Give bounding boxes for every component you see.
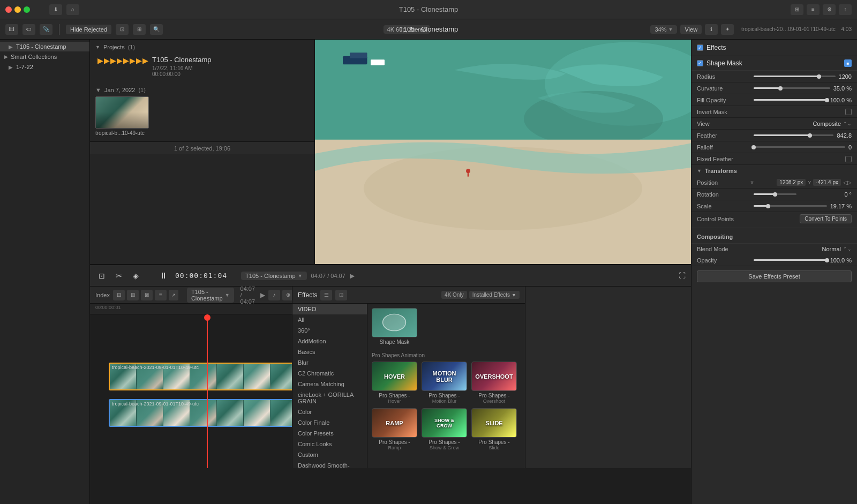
radius-thumb[interactable] bbox=[817, 74, 821, 79]
effect-motion-blur[interactable]: MOTION BLUR Pro Shapes - Motion Blur bbox=[422, 362, 467, 404]
rotation-thumb[interactable] bbox=[773, 192, 777, 197]
opacity-thumb[interactable] bbox=[825, 258, 829, 262]
effect-shape-mask[interactable]: Shape Mask bbox=[372, 308, 417, 345]
timeline-nav-right[interactable]: ▶ bbox=[350, 272, 355, 280]
save-effects-preset-btn[interactable]: Save Effects Preset bbox=[697, 270, 852, 282]
tags-icon[interactable]: 🏷 bbox=[22, 24, 35, 35]
transforms-section-header[interactable]: ▼ Transforms bbox=[691, 165, 857, 177]
4k-only-btn[interactable]: 4K Only bbox=[441, 291, 467, 299]
close-button[interactable] bbox=[5, 6, 12, 13]
fill-opacity-slider[interactable] bbox=[754, 99, 827, 101]
hide-rejected-btn[interactable]: Hide Rejected bbox=[66, 25, 111, 34]
cat-cinelook[interactable]: cineLook + GORILLA GRAIN bbox=[292, 389, 367, 407]
rotation-slider[interactable] bbox=[754, 193, 796, 195]
trim-btn[interactable]: ✂ bbox=[112, 270, 125, 281]
timeline-playhead[interactable] bbox=[207, 314, 208, 468]
pause-btn[interactable]: ⏸ bbox=[156, 270, 171, 282]
sidebar-item-date[interactable]: ▶ 1-7-22 bbox=[0, 62, 89, 72]
cat-dashwood[interactable]: Dashwood Smooth-Slic... bbox=[292, 460, 367, 468]
projects-section-header[interactable]: ▼ Projects (1) bbox=[90, 40, 314, 52]
filter-icon[interactable]: ⊡ bbox=[116, 24, 129, 35]
effect-hover[interactable]: HOVER Pro Shapes - Hover bbox=[372, 362, 417, 404]
position-y-value[interactable]: -421.4 px bbox=[813, 179, 841, 186]
share-icon[interactable]: ↑ bbox=[839, 4, 852, 15]
tl-zoom-icon[interactable]: ⊕ bbox=[282, 290, 292, 300]
tl-icon-4[interactable]: ≡ bbox=[155, 290, 167, 300]
search-icon[interactable]: 🔍 bbox=[150, 24, 163, 35]
scale-thumb[interactable] bbox=[766, 204, 770, 208]
view-btn[interactable]: View bbox=[680, 25, 702, 34]
timeline-label[interactable]: T105 - Clonestamp ▼ bbox=[241, 272, 306, 280]
cat-addmotion[interactable]: AddMotion bbox=[292, 336, 367, 347]
tl-icon-2[interactable]: ⊞ bbox=[127, 290, 139, 300]
minimize-button[interactable] bbox=[14, 6, 21, 13]
grid-icon[interactable]: ⊞ bbox=[791, 4, 803, 15]
cat-camera-matching[interactable]: Camera Matching bbox=[292, 379, 367, 389]
installed-effects-btn[interactable]: Installed Effects ▼ bbox=[469, 291, 520, 299]
effects-icon[interactable]: ✦ bbox=[721, 24, 734, 35]
feather-slider[interactable] bbox=[754, 134, 833, 136]
cat-360[interactable]: 360° bbox=[292, 325, 367, 336]
effect-overshoot[interactable]: OVERSHOOT Pro Shapes - Overshoot bbox=[471, 362, 517, 404]
clip-view-btn[interactable]: ⊡ bbox=[95, 270, 108, 281]
fullscreen-btn[interactable]: ⛶ bbox=[679, 272, 686, 280]
cat-basics[interactable]: Basics bbox=[292, 347, 367, 357]
blend-mode-dropdown[interactable]: Normal ⌃⌄ bbox=[822, 246, 852, 252]
tl-audio-icon[interactable]: ♪ bbox=[268, 290, 280, 300]
marker-btn[interactable]: ◈ bbox=[130, 270, 142, 281]
effect-slide[interactable]: SLIDE Pro Shapes - Slide bbox=[471, 408, 517, 450]
timeline-clip-1[interactable]: tropical-beach-2021-09-01-01T10-49-utc bbox=[109, 363, 292, 390]
effect-show-grow[interactable]: SHOW & GROW Pro Shapes - Show & Grow bbox=[422, 408, 467, 450]
feather-thumb[interactable] bbox=[808, 133, 812, 138]
cat-all[interactable]: All bbox=[292, 314, 367, 325]
timeline-next-btn[interactable]: ▶ bbox=[260, 291, 265, 299]
timeline-clip-2[interactable]: tropical-beach-2021-09-01-01T10-49-utc bbox=[109, 399, 292, 427]
zoom-control[interactable]: 34% ▼ bbox=[650, 25, 677, 34]
cat-color-finale[interactable]: Color Finale bbox=[292, 417, 367, 428]
shape-mask-checkbox[interactable]: ✓ bbox=[697, 60, 703, 66]
convert-to-points-btn[interactable]: Convert To Points bbox=[800, 214, 852, 223]
effects-checkbox[interactable]: ✓ bbox=[697, 44, 703, 51]
sidebar-smart-collections-header[interactable]: ▶ Smart Collections bbox=[0, 51, 89, 62]
maximize-button[interactable] bbox=[24, 6, 30, 13]
effects-search-icon[interactable]: ⊡ bbox=[335, 290, 347, 300]
fill-opacity-thumb[interactable] bbox=[825, 98, 829, 102]
cat-blur[interactable]: Blur bbox=[292, 357, 367, 368]
curvature-slider[interactable] bbox=[754, 87, 830, 89]
thumbnail-item[interactable]: tropical-b...10-49-utc bbox=[95, 96, 149, 136]
tl-icon-3[interactable]: ⊠ bbox=[141, 290, 153, 300]
curvature-thumb[interactable] bbox=[778, 86, 783, 91]
cat-c2chromatic[interactable]: C2 Chromatic bbox=[292, 368, 367, 379]
effects-filter-icon[interactable]: ☰ bbox=[320, 290, 332, 300]
settings-icon[interactable]: ⚙ bbox=[823, 4, 836, 15]
cat-comic-looks[interactable]: Comic Looks bbox=[292, 439, 367, 449]
tl-icon-tool[interactable]: ↗ bbox=[169, 290, 178, 300]
falloff-slider[interactable] bbox=[754, 146, 845, 148]
position-x-value[interactable]: 1208.2 px bbox=[777, 179, 806, 186]
fixed-feather-checkbox[interactable] bbox=[845, 156, 852, 162]
cat-color[interactable]: Color bbox=[292, 407, 367, 417]
invert-mask-checkbox[interactable] bbox=[845, 109, 852, 115]
cat-video[interactable]: VIDEO bbox=[292, 304, 367, 314]
timeline-content[interactable]: tropical-beach-2021-09-01-01T10-49-utc bbox=[90, 314, 292, 468]
sidebar-item-project[interactable]: ▶ T105 - Clonestamp bbox=[0, 42, 89, 51]
project-row[interactable]: ▶ ▶ ▶ ▶ ▶ ▶ ▶ ▶ T105 - Clonestamp 1/7/22… bbox=[90, 52, 314, 82]
inspector-icon[interactable]: ℹ bbox=[705, 24, 718, 35]
opacity-slider[interactable] bbox=[754, 259, 827, 261]
layout-icon[interactable]: ⊞ bbox=[133, 24, 146, 35]
cat-custom[interactable]: Custom bbox=[292, 449, 367, 460]
effect-ramp[interactable]: RAMP Pro Shapes - Ramp bbox=[372, 408, 417, 450]
timeline-project-selector[interactable]: T105 - Clonestamp ▼ bbox=[187, 288, 234, 303]
date-section-header[interactable]: ▼ Jan 7, 2022 (1) bbox=[90, 82, 314, 96]
nav-icon[interactable]: ⌂ bbox=[66, 4, 79, 15]
cat-color-presets[interactable]: Color Presets bbox=[292, 428, 367, 439]
list-icon[interactable]: ≡ bbox=[807, 4, 820, 15]
clip-icon[interactable]: 📎 bbox=[40, 24, 52, 35]
view-dropdown[interactable]: Composite ⌃⌄ bbox=[813, 121, 852, 127]
radius-slider[interactable] bbox=[754, 76, 836, 77]
tl-icon-1[interactable]: ⊟ bbox=[113, 290, 125, 300]
scale-slider[interactable] bbox=[754, 205, 827, 207]
back-icon[interactable]: ⬇ bbox=[49, 4, 62, 15]
library-icon[interactable]: 🎞 bbox=[5, 24, 18, 35]
falloff-thumb[interactable] bbox=[751, 145, 756, 149]
